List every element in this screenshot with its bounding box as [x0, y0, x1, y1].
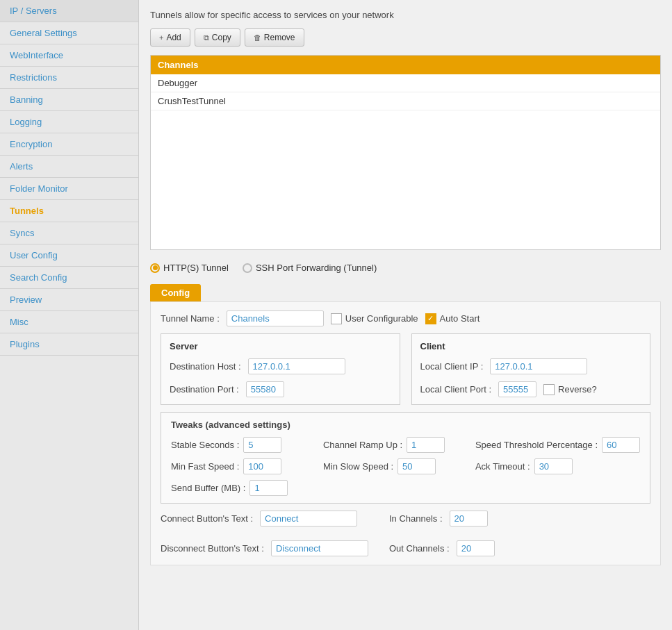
sidebar-item-tunnels[interactable]: Tunnels: [0, 200, 138, 222]
min-fast-label: Min Fast Speed :: [171, 461, 239, 472]
channel-item-debugger[interactable]: Debugger: [151, 74, 660, 92]
in-channels-input[interactable]: [450, 511, 488, 527]
sidebar-item-restrictions[interactable]: Restrictions: [0, 67, 138, 89]
sidebar-item-alerts[interactable]: Alerts: [0, 156, 138, 178]
main-content: Tunnels allow for specific access to ser…: [139, 0, 672, 630]
sidebar-item-webinterface[interactable]: WebInterface: [0, 44, 138, 67]
config-tab[interactable]: Config: [150, 284, 201, 301]
channels-header: Channels: [151, 56, 660, 74]
send-buffer-input[interactable]: [249, 480, 288, 496]
dest-host-label: Destination Host :: [170, 361, 241, 372]
min-fast-input[interactable]: [243, 458, 281, 474]
ssh-tunnel-label: SSH Port Forwarding (Tunnel): [256, 263, 377, 273]
local-ip-label: Local Client IP :: [420, 361, 484, 372]
sidebar-item-banning[interactable]: Banning: [0, 89, 138, 111]
sidebar-item-ip-servers[interactable]: IP / Servers: [0, 0, 138, 22]
ack-timeout-input[interactable]: [534, 458, 573, 474]
in-channels-label: In Channels :: [389, 513, 443, 524]
ssh-tunnel-radio-circle: [243, 263, 252, 273]
channel-ramp-input[interactable]: [407, 437, 445, 453]
http-tunnel-radio[interactable]: HTTP(S) Tunnel: [150, 263, 229, 273]
connect-button-text-label: Connect Button's Text :: [161, 513, 253, 524]
send-buffer-item: Send Buffer (MB) :: [171, 480, 315, 496]
disconnect-button-text-input[interactable]: [271, 540, 368, 556]
stable-seconds-input[interactable]: [243, 437, 281, 453]
tweaks-grid: Stable Seconds : Channel Ramp Up : Speed…: [171, 437, 640, 496]
channel-ramp-label: Channel Ramp Up :: [323, 440, 402, 450]
channel-item-crushtest[interactable]: CrushTestTunnel: [151, 92, 660, 110]
send-buffer-label: Send Buffer (MB) :: [171, 483, 245, 493]
disconnect-button-text-row: Disconnect Button's Text :: [161, 540, 368, 556]
local-ip-input[interactable]: [490, 358, 587, 374]
client-box: Client Local Client IP : Local Client Po…: [411, 333, 651, 405]
dest-host-row: Destination Host :: [170, 358, 391, 374]
ssh-tunnel-radio[interactable]: SSH Port Forwarding (Tunnel): [243, 263, 377, 273]
out-channels-row: Out Channels :: [389, 540, 495, 556]
copy-icon: ⧉: [204, 33, 209, 42]
add-button-label: Add: [166, 33, 181, 42]
reverse-checkbox[interactable]: [543, 384, 555, 395]
sidebar-item-user-config[interactable]: User Config: [0, 244, 138, 267]
ack-timeout-label: Ack Timeout :: [475, 461, 530, 472]
sidebar-item-misc[interactable]: Misc: [0, 311, 138, 333]
config-form-section: Tunnel Name : User Configurable ✓ Auto S…: [150, 301, 661, 565]
connect-button-text-input[interactable]: [260, 511, 357, 527]
reverse-wrap: Reverse?: [543, 384, 597, 395]
user-configurable-wrap: User Configurable: [331, 313, 418, 324]
toolbar: + Add ⧉ Copy 🗑 Remove: [150, 28, 661, 47]
speed-threshold-item: Speed Threshold Percentage :: [475, 437, 640, 453]
min-slow-label: Min Slow Speed :: [323, 461, 393, 472]
tunnel-name-input[interactable]: [227, 310, 324, 326]
bottom-form-right: In Channels : Out Channels :: [389, 511, 495, 556]
sidebar-item-preview[interactable]: Preview: [0, 289, 138, 311]
auto-start-label: Auto Start: [440, 313, 480, 324]
local-port-input[interactable]: [498, 381, 536, 397]
auto-start-wrap: ✓ Auto Start: [425, 313, 480, 324]
sidebar-item-logging[interactable]: Logging: [0, 111, 138, 133]
client-title: Client: [420, 341, 642, 351]
user-configurable-checkbox[interactable]: [331, 313, 342, 324]
http-tunnel-label: HTTP(S) Tunnel: [163, 263, 229, 273]
remove-button[interactable]: 🗑 Remove: [245, 28, 304, 47]
min-slow-input[interactable]: [398, 458, 436, 474]
bottom-form: Connect Button's Text : Disconnect Butto…: [161, 511, 650, 556]
http-tunnel-radio-circle: [150, 263, 160, 273]
sidebar: IP / Servers General Settings WebInterfa…: [0, 0, 139, 630]
remove-icon: 🗑: [254, 33, 261, 42]
in-channels-row: In Channels :: [389, 511, 495, 527]
local-port-label: Local Client Port :: [420, 384, 492, 395]
server-client-row: Server Destination Host : Destination Po…: [161, 333, 650, 405]
user-configurable-label: User Configurable: [345, 313, 418, 324]
dest-port-row: Destination Port :: [170, 381, 391, 397]
local-ip-row: Local Client IP :: [420, 358, 642, 374]
sidebar-item-plugins[interactable]: Plugins: [0, 333, 138, 356]
stable-seconds-label: Stable Seconds :: [171, 440, 239, 450]
bottom-form-left: Connect Button's Text : Disconnect Butto…: [161, 511, 368, 556]
server-title: Server: [170, 341, 391, 351]
speed-threshold-label: Speed Threshold Percentage :: [475, 440, 598, 450]
auto-start-checkbox[interactable]: ✓: [425, 313, 436, 324]
copy-button-label: Copy: [212, 33, 231, 42]
copy-button[interactable]: ⧉ Copy: [195, 28, 240, 47]
page-description: Tunnels allow for specific access to ser…: [150, 10, 661, 20]
tunnel-type-row: HTTP(S) Tunnel SSH Port Forwarding (Tunn…: [150, 258, 661, 277]
disconnect-button-text-label: Disconnect Button's Text :: [161, 543, 264, 554]
dest-port-input[interactable]: [246, 381, 284, 397]
add-icon: +: [159, 33, 163, 42]
stable-seconds-item: Stable Seconds :: [171, 437, 315, 453]
sidebar-item-search-config[interactable]: Search Config: [0, 267, 138, 289]
dest-port-label: Destination Port :: [170, 384, 239, 395]
sidebar-item-folder-monitor[interactable]: Folder Monitor: [0, 178, 138, 200]
add-button[interactable]: + Add: [150, 28, 190, 47]
out-channels-input[interactable]: [457, 540, 495, 556]
min-slow-item: Min Slow Speed :: [323, 458, 467, 474]
ack-timeout-item: Ack Timeout :: [475, 458, 640, 474]
sidebar-item-encryption[interactable]: Encryption: [0, 133, 138, 156]
sidebar-item-syncs[interactable]: Syncs: [0, 222, 138, 244]
tweaks-title: Tweaks (advanced settings): [171, 420, 640, 430]
tunnel-name-row: Tunnel Name : User Configurable ✓ Auto S…: [161, 310, 650, 326]
speed-threshold-input[interactable]: [602, 437, 640, 453]
sidebar-item-general-settings[interactable]: General Settings: [0, 22, 138, 44]
connect-button-text-row: Connect Button's Text :: [161, 511, 368, 527]
dest-host-input[interactable]: [248, 358, 345, 374]
